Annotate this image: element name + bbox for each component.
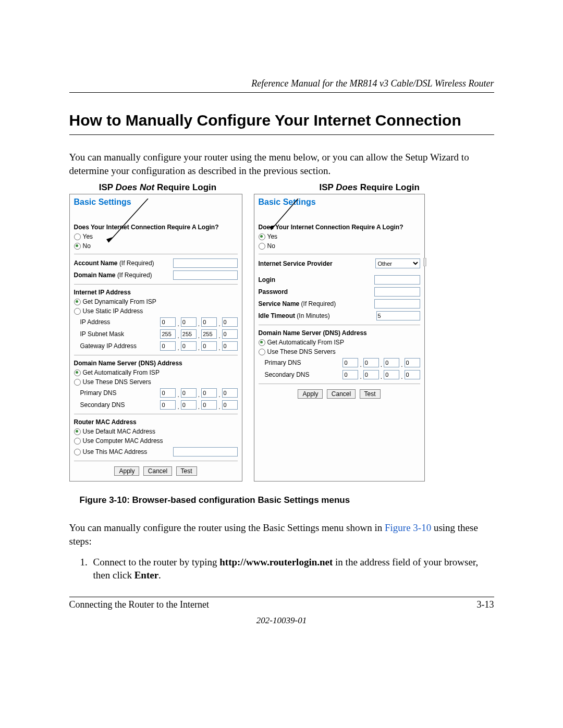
panel-title: Basic Settings (259, 198, 420, 207)
cancel-button[interactable]: Cancel (327, 389, 356, 399)
radio-icon (74, 449, 81, 455)
domain-name-input[interactable] (173, 270, 238, 280)
radio-icon (74, 308, 81, 315)
radio-dns-these[interactable]: Use These DNS Servers (259, 348, 420, 355)
radio-icon (259, 339, 265, 346)
dns-octet[interactable] (384, 358, 399, 367)
radio-use-static[interactable]: Use Static IP Address (74, 307, 238, 315)
radio-mac-default[interactable]: Use Default MAC Address (74, 428, 238, 435)
radio-icon (74, 379, 81, 386)
dns-octet[interactable] (405, 358, 420, 367)
password-input[interactable] (374, 287, 420, 297)
gw-octet[interactable] (201, 341, 217, 351)
subnet-row: IP Subnet Mask . . . (74, 329, 238, 339)
dns-octet[interactable] (342, 370, 358, 379)
panel-does-login: Basic Settings Does Your Internet Connec… (254, 194, 425, 482)
service-name-input[interactable] (374, 299, 420, 309)
isp-select[interactable]: Other (375, 258, 420, 268)
mac-input[interactable] (173, 447, 238, 456)
radio-icon (74, 428, 81, 435)
button-row: Apply Cancel Test (259, 389, 420, 399)
radio-dns-auto[interactable]: Get Automatically From ISP (259, 339, 420, 346)
dns-octet[interactable] (160, 400, 176, 410)
footer-section: Connecting the Router to the Internet (69, 599, 209, 610)
test-button[interactable]: Test (360, 389, 381, 399)
radio-no[interactable]: No (74, 242, 238, 250)
steps-list: Connect to the router by typing http://w… (69, 556, 494, 582)
ip-octet[interactable] (222, 317, 238, 327)
ip-octet[interactable] (181, 317, 197, 327)
gw-octet[interactable] (222, 341, 238, 351)
dns-octet[interactable] (363, 358, 379, 367)
dns-octet[interactable] (222, 388, 238, 398)
dns-octet[interactable] (160, 388, 176, 398)
login-input[interactable] (374, 275, 420, 285)
radio-dns-auto[interactable]: Get Automatically From ISP (74, 369, 238, 376)
figure-caption: Figure 3-10: Browser-based configuration… (80, 495, 494, 505)
radio-icon (259, 233, 265, 240)
account-name-row: Account Name (If Required) (74, 258, 238, 268)
dns-octet[interactable] (342, 358, 358, 367)
radio-icon (74, 243, 81, 250)
radio-icon (74, 438, 81, 445)
step-1: Connect to the router by typing http://w… (90, 556, 494, 582)
ip-section-head: Internet IP Address (74, 289, 238, 296)
radio-icon (74, 369, 81, 376)
idle-timeout-input[interactable] (376, 311, 420, 320)
login-question: Does Your Internet Connection Require A … (259, 224, 420, 231)
radio-dns-these[interactable]: Use These DNS Servers (74, 378, 238, 386)
ip-address-row: IP Address . . . (74, 317, 238, 327)
domain-name-row: Domain Name (If Required) (74, 270, 238, 280)
mask-octet[interactable] (160, 329, 176, 339)
after-figure-paragraph: You can manually configure the router us… (69, 521, 494, 548)
figure-xref[interactable]: Figure 3-10 (385, 522, 431, 533)
dns-octet[interactable] (181, 400, 197, 410)
primary-dns-row: Primary DNS . . . (74, 388, 238, 398)
footer: Connecting the Router to the Internet 3-… (69, 599, 494, 610)
dns-octet[interactable] (181, 388, 197, 398)
radio-yes[interactable]: Yes (259, 233, 420, 240)
dns-octet[interactable] (363, 370, 379, 379)
gw-octet[interactable] (181, 341, 197, 351)
radio-mac-this[interactable]: Use This MAC Address (74, 447, 238, 456)
radio-mac-computer[interactable]: Use Computer MAC Address (74, 437, 238, 445)
dns-octet[interactable] (222, 400, 238, 410)
section-heading: How to Manually Configure Your Internet … (69, 112, 494, 129)
ip-octet[interactable] (160, 317, 176, 327)
service-name-row: Service Name (If Required) (259, 299, 420, 309)
login-question: Does Your Internet Connection Require A … (74, 224, 238, 231)
intro-paragraph: You can manually configure your router u… (69, 151, 494, 177)
scrollbar-icon (423, 258, 426, 266)
radio-get-dynamically[interactable]: Get Dynamically From ISP (74, 298, 238, 305)
radio-no[interactable]: No (259, 242, 420, 250)
radio-icon (259, 349, 265, 355)
ip-octet[interactable] (201, 317, 217, 327)
gw-octet[interactable] (160, 341, 176, 351)
account-name-input[interactable] (173, 258, 238, 268)
mask-octet[interactable] (222, 329, 238, 339)
test-button[interactable]: Test (176, 466, 197, 476)
callout-label-does-login: ISP Does Require Login (247, 182, 494, 193)
apply-button[interactable]: Apply (114, 466, 139, 476)
figure-panels: Basic Settings Does Your Internet Connec… (69, 194, 494, 482)
footer-page: 3-13 (477, 599, 494, 610)
callout-label-no-login: ISP Does Not Require Login (69, 182, 247, 193)
radio-yes[interactable]: Yes (74, 233, 238, 240)
radio-icon (74, 299, 81, 305)
idle-timeout-row: Idle Timeout (In Minutes) (259, 311, 420, 320)
gateway-row: Gateway IP Address . . . (74, 341, 238, 351)
dns-octet[interactable] (201, 388, 217, 398)
doc-number: 202-10039-01 (69, 615, 494, 626)
dns-octet[interactable] (384, 370, 399, 379)
heading-rule (69, 134, 494, 135)
dns-section-head: Domain Name Server (DNS) Address (74, 360, 238, 367)
mask-octet[interactable] (201, 329, 217, 339)
password-row: Password (259, 287, 420, 297)
dns-octet[interactable] (405, 370, 420, 379)
login-row: Login (259, 275, 420, 285)
dns-octet[interactable] (201, 400, 217, 410)
primary-dns-row: Primary DNS . . . (259, 358, 420, 367)
apply-button[interactable]: Apply (298, 389, 323, 399)
mask-octet[interactable] (181, 329, 197, 339)
cancel-button[interactable]: Cancel (143, 466, 172, 476)
